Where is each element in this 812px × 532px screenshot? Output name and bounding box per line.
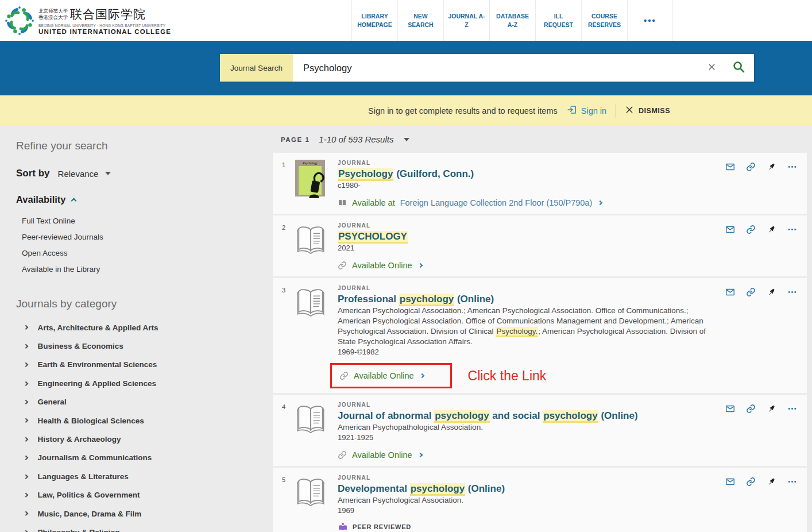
availability-filter-3[interactable]: Available in the Library	[16, 261, 273, 277]
nav-item-course-reserves[interactable]: COURSE RESERVES	[581, 0, 627, 41]
result-thumbnail[interactable]: Psychology	[295, 160, 327, 209]
pin-button[interactable]	[767, 225, 776, 234]
email-button[interactable]	[725, 162, 735, 172]
nav-item-database-az[interactable]: DATABASE A-Z	[489, 0, 535, 41]
pin-button[interactable]	[767, 162, 776, 172]
result-date: 2021	[338, 243, 716, 253]
nav-item-library-homepage[interactable]: LIBRARY HOMEPAGE	[351, 0, 397, 41]
peer-reviewed-label: PEER REVIEWED	[353, 523, 411, 530]
result-title-link[interactable]: Journal of abnormal psychology and socia…	[338, 409, 638, 422]
email-button[interactable]	[725, 225, 735, 234]
more-options-button[interactable]	[787, 162, 797, 172]
dismiss-button[interactable]: DISMISS	[625, 106, 670, 115]
category-item-10[interactable]: Music, Dance, Drama & Film	[16, 504, 273, 523]
logo-cn-line1: 北京师范大学	[38, 8, 68, 14]
pin-icon	[767, 162, 776, 172]
result-number: 2	[273, 222, 295, 272]
pin-icon	[767, 477, 776, 487]
email-button[interactable]	[725, 404, 735, 414]
result-thumbnail[interactable]	[295, 475, 327, 532]
category-item-2[interactable]: Earth & Environmental Sciences	[16, 356, 273, 374]
chevron-right-icon	[417, 263, 422, 268]
category-item-11[interactable]: Philosophy & Religion	[16, 523, 273, 532]
more-options-button[interactable]	[787, 287, 797, 297]
category-item-3[interactable]: Engineering & Applied Sciences	[16, 374, 273, 392]
result-thumbnail[interactable]	[295, 285, 327, 388]
more-options-button[interactable]	[787, 404, 797, 414]
availability-link[interactable]: Available atForeign Language Collection …	[338, 196, 716, 209]
category-item-8[interactable]: Languages & Literatures	[16, 467, 273, 485]
available-online-label: Available Online	[352, 261, 412, 270]
result-title-link[interactable]: Professional psychology (Online)	[338, 292, 494, 306]
result-actions	[716, 222, 807, 272]
result-body: JOURNALDevelopmental psychology (Online)…	[338, 475, 716, 532]
category-item-1[interactable]: Business & Economics	[16, 337, 273, 355]
peer-reviewed-icon	[338, 522, 348, 532]
availability-filter-1[interactable]: Peer-reviewed Journals	[16, 229, 273, 245]
category-item-5[interactable]: Health & Biological Sciences	[16, 411, 273, 430]
pin-icon	[767, 225, 776, 234]
category-label: Law, Politics & Government	[38, 491, 140, 499]
availability-link[interactable]: Available Online	[338, 449, 716, 461]
nav-item-more-menu[interactable]: •••	[627, 0, 673, 41]
category-item-0[interactable]: Arts, Architecture & Applied Arts	[16, 318, 273, 337]
search-bar: Journal Search	[220, 54, 754, 82]
email-button[interactable]	[725, 287, 735, 297]
chevron-up-icon	[71, 198, 76, 204]
cover-art	[299, 166, 322, 195]
more-options-button[interactable]	[787, 225, 797, 234]
pin-button[interactable]	[767, 287, 776, 297]
ellipsis-icon: •••	[644, 14, 656, 26]
result-number: 1	[273, 160, 295, 209]
resource-type-label: JOURNAL	[338, 402, 716, 408]
search-submit-button[interactable]	[723, 54, 754, 82]
link-button[interactable]	[746, 287, 756, 297]
sort-dropdown[interactable]: Relevance	[58, 169, 111, 179]
result-thumbnail[interactable]	[295, 402, 327, 461]
category-label: Philosophy & Religion	[38, 528, 120, 532]
search-input[interactable]	[293, 54, 700, 82]
result-title-link[interactable]: Psychology (Guilford, Conn.)	[338, 167, 474, 180]
category-item-7[interactable]: Journalism & Communications	[16, 449, 273, 467]
category-item-4[interactable]: General	[16, 393, 273, 411]
content-area: Refine your search Sort by Relevance Ava…	[0, 126, 812, 532]
highlighted-term: PSYCHOLOGY	[338, 231, 408, 242]
pin-button[interactable]	[767, 404, 776, 414]
availability-link[interactable]: Available Online	[338, 259, 716, 272]
sign-in-button[interactable]: Sign in	[567, 105, 606, 117]
result-actions	[716, 160, 807, 209]
email-button[interactable]	[725, 477, 735, 487]
availability-filter-2[interactable]: Open Access	[16, 245, 273, 261]
results-caret-down-icon[interactable]	[404, 138, 409, 141]
more-options-button[interactable]	[787, 477, 797, 487]
logo-en-big: UNITED INTERNATIONAL COLLEGE	[38, 28, 171, 35]
journal-search-tab[interactable]: Journal Search	[220, 54, 293, 82]
pin-button[interactable]	[767, 477, 776, 487]
clear-search-button[interactable]	[700, 54, 723, 82]
more-options-icon	[787, 162, 797, 172]
result-title-link[interactable]: Developmental psychology (Online)	[338, 482, 505, 495]
category-item-6[interactable]: History & Archaeology	[16, 430, 273, 448]
more-options-icon	[787, 404, 797, 414]
category-item-9[interactable]: Law, Politics & Government	[16, 486, 273, 504]
page-label: PAGE 1	[281, 136, 310, 143]
link-icon	[746, 404, 756, 414]
nav-item-ill-request[interactable]: ILL REQUEST	[535, 0, 581, 41]
nav-item-new-search[interactable]: NEW SEARCH	[397, 0, 443, 41]
result-thumbnail[interactable]	[295, 222, 327, 272]
link-button[interactable]	[746, 477, 756, 487]
link-icon	[746, 287, 756, 297]
nav-item-journal-az[interactable]: JOURNAL A-Z	[443, 0, 489, 41]
link-icon	[746, 477, 756, 487]
category-label: Earth & Environmental Sciences	[38, 360, 157, 369]
availability-link[interactable]: Available Online	[339, 369, 424, 382]
link-button[interactable]	[746, 404, 756, 414]
location-link[interactable]: Foreign Language Collection 2nd Floor (1…	[400, 198, 593, 207]
availability-filter-0[interactable]: Full Text Online	[16, 213, 273, 229]
link-button[interactable]	[746, 225, 756, 234]
banner-divider	[616, 104, 616, 118]
result-title-link[interactable]: PSYCHOLOGY	[338, 230, 408, 243]
category-label: Engineering & Applied Sciences	[38, 379, 157, 388]
link-button[interactable]	[746, 162, 756, 172]
availability-section-toggle[interactable]: Availability	[16, 194, 273, 205]
